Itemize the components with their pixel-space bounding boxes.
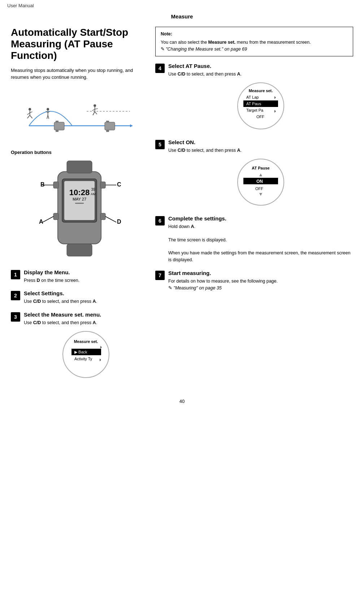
step-content-3: Select the Measure set. menu. Use C/D to… [24, 311, 148, 381]
svg-text:AT Paus: AT Paus [246, 102, 261, 106]
step-heading-6: Complete the settings. [168, 215, 353, 222]
step-sub-2: Use C/D to select, and then press A. [24, 298, 148, 305]
step-sub-7b: ✎ "Measuring" on page 35 [168, 285, 353, 292]
step-sub-5: Use C/D to select, and then press A. [168, 147, 353, 154]
svg-rect-34 [75, 203, 84, 204]
pencil-icon-7: ✎ [168, 285, 172, 291]
svg-text:AT Pause: AT Pause [252, 166, 269, 170]
svg-marker-1 [130, 124, 133, 127]
svg-rect-36 [67, 244, 92, 256]
step-content-6: Complete the settings. Hold down A. The … [168, 215, 353, 263]
step-num-1: 1 [11, 270, 20, 279]
step-1: 1 Display the Menu. Press D on the time … [11, 269, 148, 284]
manual-label: User Manual [7, 3, 34, 8]
note-box: Note: You can also select the Measure se… [155, 27, 353, 56]
step-num-2: 2 [11, 291, 20, 300]
step-content-7: Start measuring. For details on how to m… [168, 270, 353, 292]
svg-text:B: B [40, 181, 45, 188]
svg-line-6 [30, 112, 32, 113]
svg-text:AT Lap: AT Lap [246, 95, 259, 99]
svg-text:Measure set.: Measure set. [249, 89, 273, 93]
step-heading-1: Display the Menu. [24, 269, 148, 275]
step-content-1: Display the Menu. Press D on the time sc… [24, 269, 148, 284]
running-illustration [11, 86, 148, 144]
svg-text:10:28: 10:28 [69, 188, 90, 197]
step-6: 6 Complete the settings. Hold down A. Th… [155, 215, 353, 263]
svg-point-18 [94, 104, 96, 107]
svg-text:Activity Ty: Activity Ty [74, 357, 92, 361]
svg-line-21 [95, 108, 98, 109]
page-number: 40 [0, 391, 364, 408]
note-link: ✎"Changing the Measure set." on page 69 [161, 46, 348, 53]
step-sub-6a: Hold down A. [168, 223, 353, 230]
step-4-watch: Measure set. AT Lap AT Paus Target Pa OF… [168, 81, 353, 133]
step-content-2: Select Settings. Use C/D to select, and … [24, 290, 148, 305]
step-sub-3: Use C/D to select, and then press A. [24, 319, 148, 326]
svg-rect-15 [54, 122, 64, 130]
main-layout: Automatically Start/StopMeasuring (AT Pa… [0, 23, 364, 391]
svg-line-20 [92, 109, 95, 111]
svg-line-47 [105, 216, 116, 222]
pencil-icon: ✎ [161, 46, 165, 53]
svg-text:MAY 27: MAY 27 [73, 197, 86, 201]
watch-diagram: 10:28 39 AM MAY 27 [32, 157, 126, 262]
step-7: 7 Start measuring. For details on how to… [155, 270, 353, 292]
svg-rect-17 [56, 130, 58, 132]
svg-text:39: 39 [91, 188, 95, 192]
svg-text:OFF: OFF [256, 115, 264, 119]
svg-rect-38 [100, 182, 105, 188]
step-sub-6b: The time screen is displayed. [168, 237, 353, 244]
note-body: You can also select the Measure set. men… [161, 39, 348, 46]
svg-text:A: A [39, 219, 43, 225]
svg-line-5 [27, 113, 30, 115]
step-sub-6c: When you have made the settings from the… [168, 250, 353, 263]
svg-rect-25 [106, 121, 109, 123]
step-heading-7: Start measuring. [168, 270, 353, 276]
step-5-watch: AT Pause ON OFF [168, 157, 353, 209]
op-buttons-label: Operation buttons [11, 150, 148, 155]
svg-line-7 [27, 115, 30, 118]
step-num-7: 7 [155, 271, 165, 280]
step-2: 2 Select Settings. Use C/D to select, an… [11, 290, 148, 305]
svg-line-14 [48, 115, 49, 119]
right-column: Note: You can also select the Measure se… [155, 27, 353, 388]
step-sub-4: Use C/D to select, and then press A. [168, 71, 353, 78]
svg-point-9 [47, 108, 49, 110]
step-content-4: Select AT Pause. Use C/D to select, and … [168, 63, 353, 133]
svg-rect-40 [100, 213, 105, 220]
svg-point-3 [29, 108, 31, 110]
svg-rect-37 [53, 182, 58, 188]
step-num-4: 4 [155, 64, 165, 73]
svg-rect-24 [105, 122, 115, 130]
svg-text:Target Pa: Target Pa [246, 108, 264, 112]
page-header: User Manual [0, 0, 364, 11]
svg-line-8 [30, 115, 32, 118]
svg-line-45 [43, 216, 53, 222]
svg-text:▶ Back: ▶ Back [74, 350, 87, 354]
left-column: Automatically Start/StopMeasuring (AT Pa… [11, 27, 148, 388]
svg-rect-16 [56, 121, 58, 123]
step-sub-7a: For details on how to measure, see the f… [168, 278, 353, 285]
step-sub-1: Press D on the time screen. [24, 277, 148, 284]
svg-rect-39 [53, 213, 58, 220]
svg-text:ON: ON [256, 179, 263, 184]
svg-line-23 [95, 112, 97, 114]
svg-text:D: D [117, 219, 121, 225]
step-num-5: 5 [155, 140, 165, 149]
intro-text: Measuring stops automatically when you s… [11, 67, 148, 81]
step-heading-5: Select ON. [168, 139, 353, 145]
step-num-6: 6 [155, 216, 165, 225]
step-heading-3: Select the Measure set. menu. [24, 311, 148, 318]
svg-text:Measure set.: Measure set. [74, 339, 98, 344]
step-4: 4 Select AT Pause. Use C/D to select, an… [155, 63, 353, 133]
step-5: 5 Select ON. Use C/D to select, and then… [155, 139, 353, 209]
step-heading-2: Select Settings. [24, 290, 148, 296]
svg-text:OFF: OFF [255, 186, 263, 191]
svg-text:C: C [117, 181, 121, 188]
svg-rect-35 [67, 161, 92, 173]
svg-text:AM: AM [91, 192, 96, 196]
step-3: 3 Select the Measure set. menu. Use C/D … [11, 311, 148, 381]
step-3-watch: Measure set. ▶ Back Activity Ty [24, 329, 148, 381]
page-title: Measure [0, 11, 364, 23]
note-title: Note: [161, 31, 348, 38]
